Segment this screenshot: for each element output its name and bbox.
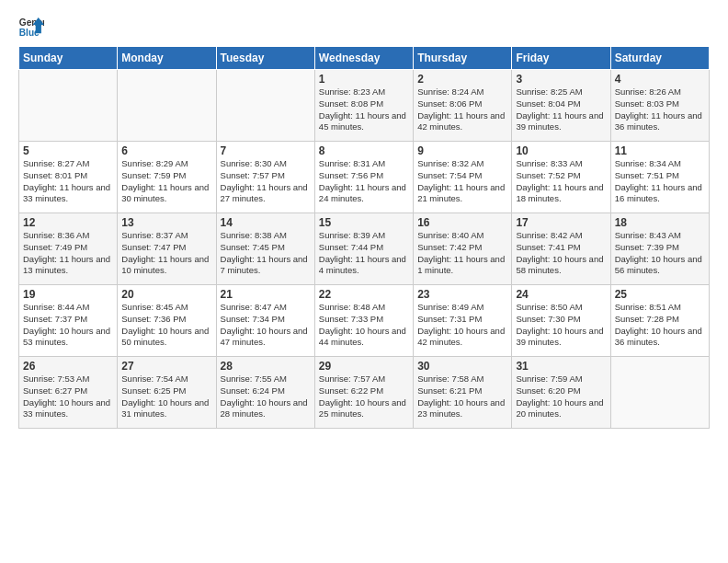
calendar-cell — [19, 70, 118, 142]
calendar-week-2: 5Sunrise: 8:27 AM Sunset: 8:01 PM Daylig… — [19, 142, 710, 213]
day-number: 19 — [23, 288, 113, 301]
weekday-thursday: Thursday — [414, 47, 512, 70]
logo-icon: General Blue — [18, 15, 44, 40]
day-info: Sunrise: 8:33 AM Sunset: 7:52 PM Dayligh… — [516, 158, 606, 205]
weekday-saturday: Saturday — [610, 47, 709, 70]
day-number: 22 — [319, 288, 409, 301]
day-info: Sunrise: 8:38 AM Sunset: 7:45 PM Dayligh… — [221, 230, 311, 277]
calendar-cell — [118, 70, 216, 142]
calendar-cell: 13Sunrise: 8:37 AM Sunset: 7:47 PM Dayli… — [118, 213, 216, 285]
calendar-cell: 18Sunrise: 8:43 AM Sunset: 7:39 PM Dayli… — [610, 213, 709, 285]
calendar-cell: 9Sunrise: 8:32 AM Sunset: 7:54 PM Daylig… — [414, 142, 512, 213]
day-number: 23 — [417, 288, 507, 301]
day-info: Sunrise: 8:42 AM Sunset: 7:41 PM Dayligh… — [516, 230, 606, 277]
calendar-week-4: 19Sunrise: 8:44 AM Sunset: 7:37 PM Dayli… — [19, 285, 710, 357]
day-info: Sunrise: 8:36 AM Sunset: 7:49 PM Dayligh… — [23, 230, 113, 277]
calendar-cell: 3Sunrise: 8:25 AM Sunset: 8:04 PM Daylig… — [512, 70, 610, 142]
day-number: 29 — [319, 360, 409, 373]
day-info: Sunrise: 7:54 AM Sunset: 6:25 PM Dayligh… — [121, 373, 211, 420]
weekday-header-row: SundayMondayTuesdayWednesdayThursdayFrid… — [19, 47, 710, 70]
day-info: Sunrise: 8:39 AM Sunset: 7:44 PM Dayligh… — [319, 230, 409, 277]
logo: General Blue — [18, 15, 44, 40]
day-number: 5 — [23, 144, 113, 157]
calendar-cell: 5Sunrise: 8:27 AM Sunset: 8:01 PM Daylig… — [19, 142, 118, 213]
day-info: Sunrise: 8:30 AM Sunset: 7:57 PM Dayligh… — [221, 158, 311, 205]
calendar-cell: 2Sunrise: 8:24 AM Sunset: 8:06 PM Daylig… — [414, 70, 512, 142]
day-number: 1 — [319, 73, 409, 86]
day-info: Sunrise: 8:31 AM Sunset: 7:56 PM Dayligh… — [319, 158, 409, 205]
day-info: Sunrise: 8:34 AM Sunset: 7:51 PM Dayligh… — [615, 158, 705, 205]
day-number: 30 — [417, 360, 507, 373]
day-number: 24 — [516, 288, 606, 301]
weekday-tuesday: Tuesday — [216, 47, 314, 70]
day-info: Sunrise: 8:45 AM Sunset: 7:36 PM Dayligh… — [121, 302, 211, 349]
day-number: 6 — [121, 144, 211, 157]
calendar-cell: 14Sunrise: 8:38 AM Sunset: 7:45 PM Dayli… — [216, 213, 314, 285]
day-number: 17 — [516, 216, 606, 229]
day-info: Sunrise: 8:24 AM Sunset: 8:06 PM Dayligh… — [417, 86, 507, 133]
calendar-table: SundayMondayTuesdayWednesdayThursdayFrid… — [18, 46, 710, 429]
calendar-cell — [216, 70, 314, 142]
day-info: Sunrise: 8:51 AM Sunset: 7:28 PM Dayligh… — [615, 302, 705, 349]
day-number: 8 — [319, 144, 409, 157]
calendar-cell: 1Sunrise: 8:23 AM Sunset: 8:08 PM Daylig… — [314, 70, 413, 142]
calendar-cell: 10Sunrise: 8:33 AM Sunset: 7:52 PM Dayli… — [512, 142, 610, 213]
calendar-cell: 29Sunrise: 7:57 AM Sunset: 6:22 PM Dayli… — [314, 357, 413, 429]
day-info: Sunrise: 8:26 AM Sunset: 8:03 PM Dayligh… — [615, 86, 705, 133]
calendar-cell: 23Sunrise: 8:49 AM Sunset: 7:31 PM Dayli… — [414, 285, 512, 357]
day-number: 4 — [615, 73, 705, 86]
weekday-sunday: Sunday — [19, 47, 118, 70]
calendar-cell: 12Sunrise: 8:36 AM Sunset: 7:49 PM Dayli… — [19, 213, 118, 285]
day-info: Sunrise: 8:48 AM Sunset: 7:33 PM Dayligh… — [319, 302, 409, 349]
day-number: 18 — [615, 216, 705, 229]
day-number: 26 — [23, 360, 113, 373]
calendar-cell: 17Sunrise: 8:42 AM Sunset: 7:41 PM Dayli… — [512, 213, 610, 285]
day-number: 25 — [615, 288, 705, 301]
day-number: 21 — [221, 288, 311, 301]
calendar-cell: 19Sunrise: 8:44 AM Sunset: 7:37 PM Dayli… — [19, 285, 118, 357]
day-info: Sunrise: 8:37 AM Sunset: 7:47 PM Dayligh… — [121, 230, 211, 277]
day-number: 31 — [516, 360, 606, 373]
calendar-cell: 20Sunrise: 8:45 AM Sunset: 7:36 PM Dayli… — [118, 285, 216, 357]
day-info: Sunrise: 8:25 AM Sunset: 8:04 PM Dayligh… — [516, 86, 606, 133]
calendar-week-1: 1Sunrise: 8:23 AM Sunset: 8:08 PM Daylig… — [19, 70, 710, 142]
calendar-cell: 21Sunrise: 8:47 AM Sunset: 7:34 PM Dayli… — [216, 285, 314, 357]
day-number: 11 — [615, 144, 705, 157]
day-info: Sunrise: 8:43 AM Sunset: 7:39 PM Dayligh… — [615, 230, 705, 277]
day-info: Sunrise: 8:23 AM Sunset: 8:08 PM Dayligh… — [319, 86, 409, 133]
day-number: 27 — [121, 360, 211, 373]
calendar-cell: 11Sunrise: 8:34 AM Sunset: 7:51 PM Dayli… — [610, 142, 709, 213]
calendar-cell: 26Sunrise: 7:53 AM Sunset: 6:27 PM Dayli… — [19, 357, 118, 429]
day-number: 3 — [516, 73, 606, 86]
day-number: 28 — [221, 360, 311, 373]
day-info: Sunrise: 7:53 AM Sunset: 6:27 PM Dayligh… — [23, 373, 113, 420]
calendar-cell: 28Sunrise: 7:55 AM Sunset: 6:24 PM Dayli… — [216, 357, 314, 429]
day-info: Sunrise: 7:57 AM Sunset: 6:22 PM Dayligh… — [319, 373, 409, 420]
calendar-cell: 27Sunrise: 7:54 AM Sunset: 6:25 PM Dayli… — [118, 357, 216, 429]
calendar-cell: 25Sunrise: 8:51 AM Sunset: 7:28 PM Dayli… — [610, 285, 709, 357]
calendar-cell: 7Sunrise: 8:30 AM Sunset: 7:57 PM Daylig… — [216, 142, 314, 213]
day-info: Sunrise: 8:47 AM Sunset: 7:34 PM Dayligh… — [221, 302, 311, 349]
calendar-cell: 8Sunrise: 8:31 AM Sunset: 7:56 PM Daylig… — [314, 142, 413, 213]
day-number: 12 — [23, 216, 113, 229]
day-info: Sunrise: 8:44 AM Sunset: 7:37 PM Dayligh… — [23, 302, 113, 349]
day-number: 7 — [221, 144, 311, 157]
calendar-cell: 15Sunrise: 8:39 AM Sunset: 7:44 PM Dayli… — [314, 213, 413, 285]
day-info: Sunrise: 7:58 AM Sunset: 6:21 PM Dayligh… — [417, 373, 507, 420]
day-number: 9 — [417, 144, 507, 157]
day-info: Sunrise: 8:27 AM Sunset: 8:01 PM Dayligh… — [23, 158, 113, 205]
day-number: 10 — [516, 144, 606, 157]
calendar-week-5: 26Sunrise: 7:53 AM Sunset: 6:27 PM Dayli… — [19, 357, 710, 429]
day-number: 15 — [319, 216, 409, 229]
calendar-week-3: 12Sunrise: 8:36 AM Sunset: 7:49 PM Dayli… — [19, 213, 710, 285]
header: General Blue — [18, 15, 710, 40]
day-info: Sunrise: 8:40 AM Sunset: 7:42 PM Dayligh… — [417, 230, 507, 277]
calendar-cell: 22Sunrise: 8:48 AM Sunset: 7:33 PM Dayli… — [314, 285, 413, 357]
day-info: Sunrise: 8:32 AM Sunset: 7:54 PM Dayligh… — [417, 158, 507, 205]
day-number: 20 — [121, 288, 211, 301]
day-number: 14 — [221, 216, 311, 229]
calendar-cell: 30Sunrise: 7:58 AM Sunset: 6:21 PM Dayli… — [414, 357, 512, 429]
calendar-cell: 24Sunrise: 8:50 AM Sunset: 7:30 PM Dayli… — [512, 285, 610, 357]
calendar-cell: 4Sunrise: 8:26 AM Sunset: 8:03 PM Daylig… — [610, 70, 709, 142]
weekday-monday: Monday — [118, 47, 216, 70]
